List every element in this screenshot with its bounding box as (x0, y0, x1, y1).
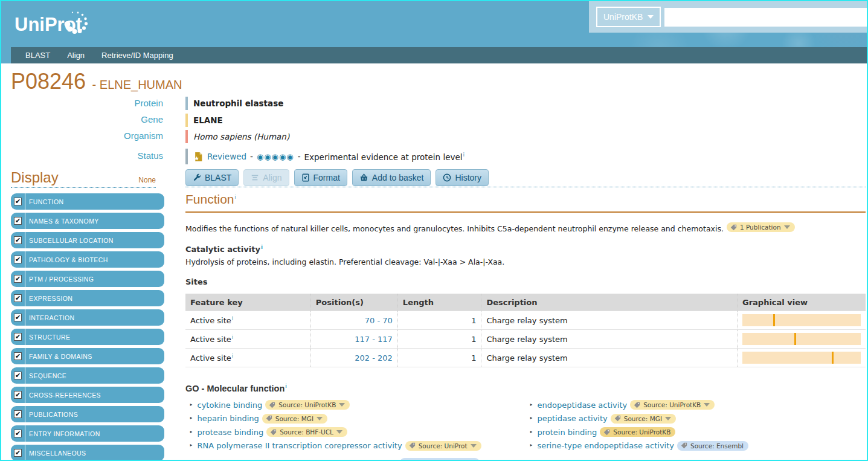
source-badge[interactable]: Source: UniProtKB (265, 400, 350, 410)
checkbox[interactable]: ✔ (14, 294, 22, 302)
format-button[interactable]: Format (294, 169, 347, 186)
info-icon[interactable]: i (463, 152, 465, 158)
sidebar-section-structure[interactable]: ✔ STRUCTURE (11, 329, 164, 345)
search-input[interactable] (664, 8, 867, 27)
meta-label-organism[interactable]: Organism (1, 131, 163, 141)
organism-color-bar (185, 130, 188, 143)
go-term-link[interactable]: peptidase activity (538, 414, 608, 423)
blast-button[interactable]: BLAST (185, 169, 239, 186)
accession: P08246 (11, 69, 86, 94)
tag-icon (409, 442, 416, 449)
go-term-link[interactable]: serine-type endopeptidase activity (538, 441, 675, 450)
info-icon[interactable]: i (232, 353, 234, 359)
sidebar-section-ptm-processing[interactable]: ✔ PTM / PROCESSING (11, 271, 164, 287)
tag-icon (270, 429, 277, 436)
section-checkbox-wrap: ✔ (11, 445, 25, 461)
checkbox[interactable]: ✔ (14, 314, 22, 321)
position-link[interactable]: 117 - 117 (355, 335, 393, 344)
gene-name: ELANE (193, 115, 223, 125)
sidebar-section-sequence[interactable]: ✔ SEQUENCE (11, 367, 164, 384)
sidebar-section-interaction[interactable]: ✔ INTERACTION (11, 309, 164, 326)
checkbox[interactable]: ✔ (14, 275, 22, 283)
nav-item-retrieve-id-mapping[interactable]: Retrieve/ID Mapping (93, 51, 182, 60)
sidebar-section-names-taxonomy[interactable]: ✔ NAMES & TAXONOMY (11, 213, 164, 229)
history-button[interactable]: History (436, 169, 489, 186)
meta-label-protein[interactable]: Protein (1, 98, 163, 108)
publication-badge[interactable]: 1 Publication (727, 222, 795, 232)
checkbox[interactable]: ✔ (14, 391, 22, 399)
go-term-link[interactable]: protease binding (198, 428, 264, 437)
function-section: Functioni Modifies the functions of natu… (185, 190, 866, 460)
source-badge[interactable]: Source: UniProt (405, 441, 481, 451)
protein-name: Neutrophil elastase (193, 98, 283, 108)
go-term-link[interactable]: protein binding (538, 428, 597, 437)
go-bullet-icon: ‣ (189, 428, 193, 436)
go-term-link[interactable]: endopeptidase activity (538, 401, 628, 410)
info-icon[interactable]: i (285, 383, 287, 389)
info-icon[interactable]: i (261, 244, 263, 250)
checkbox-check-icon: ✔ (15, 276, 21, 282)
go-term-link[interactable]: RNA polymerase II transcription corepres… (198, 441, 402, 450)
checkbox[interactable]: ✔ (14, 333, 22, 341)
position-link[interactable]: 202 - 202 (355, 353, 393, 363)
checkbox[interactable]: ✔ (14, 217, 22, 225)
nav-item-blast[interactable]: BLAST (17, 51, 59, 60)
sidebar-section-subcellular-location[interactable]: ✔ SUBCELLULAR LOCATION (11, 232, 164, 248)
cutoff-source-badge[interactable] (400, 458, 480, 461)
tag-icon (634, 402, 640, 408)
sidebar-section-label: SUBCELLULAR LOCATION (25, 237, 114, 244)
graphical-marker (794, 333, 796, 345)
sidebar-section-publications[interactable]: ✔ PUBLICATIONS (11, 406, 164, 422)
sidebar-section-function[interactable]: ✔ FUNCTION (11, 193, 164, 210)
description-cell: Charge relay system (481, 311, 738, 330)
col-header-graphical-view: Graphical view (737, 294, 866, 311)
checkbox[interactable]: ✔ (14, 236, 22, 244)
meta-label-gene[interactable]: Gene (1, 114, 163, 124)
section-checkbox-wrap: ✔ (11, 251, 25, 268)
position-link[interactable]: 70 - 70 (365, 316, 393, 325)
sidebar-section-family-domains[interactable]: ✔ FAMILY & DOMAINS (11, 348, 164, 364)
search-scope-dropdown[interactable]: UniProtKB (596, 7, 661, 27)
checkbox[interactable]: ✔ (14, 198, 22, 205)
section-checkbox-wrap: ✔ (11, 425, 25, 442)
checkbox[interactable]: ✔ (14, 256, 22, 263)
checkbox[interactable]: ✔ (14, 352, 22, 360)
checkbox-check-icon: ✔ (15, 198, 21, 205)
checkbox-check-icon: ✔ (15, 450, 21, 456)
sidebar-section-entry-information[interactable]: ✔ ENTRY INFORMATION (11, 425, 164, 442)
source-badge[interactable]: Source: MGI (611, 414, 676, 424)
source-badge[interactable]: Source: UniProtKB (600, 427, 675, 437)
source-badge[interactable]: Source: UniProtKB (630, 400, 715, 410)
sidebar-section-miscellaneous[interactable]: ✔ MISCELLANEOUS (11, 445, 164, 461)
info-icon[interactable]: i (235, 194, 236, 200)
go-term: ‣ RNA polymerase II transcription corepr… (185, 439, 526, 453)
sidebar-section-cross-references[interactable]: ✔ CROSS-REFERENCES (11, 387, 164, 403)
meta-label-status[interactable]: Status (1, 150, 163, 161)
nav-item-align[interactable]: Align (59, 51, 93, 60)
caret-down-icon (336, 430, 342, 434)
align-button[interactable]: Align (243, 169, 289, 186)
go-term: ‣ peptidase activity Source: MGI (526, 412, 866, 426)
section-checkbox-wrap: ✔ (11, 406, 25, 422)
checkbox[interactable]: ✔ (14, 430, 22, 437)
display-none-link[interactable]: None (138, 176, 156, 184)
info-icon[interactable]: i (232, 315, 234, 321)
uniprot-logo[interactable]: UniProt (12, 5, 97, 46)
function-summary: Modifies the functions of natural killer… (185, 222, 866, 233)
sidebar-section-pathology-biotech[interactable]: ✔ PATHOLOGY & BIOTECH (11, 251, 164, 268)
checkbox[interactable]: ✔ (14, 410, 22, 418)
caret-down-icon (339, 403, 345, 407)
go-term-link[interactable]: cytokine binding (198, 401, 263, 410)
source-badge[interactable]: Source: MGI (262, 414, 327, 424)
source-badge[interactable]: Source: Ensembl (677, 441, 748, 451)
sidebar-section-label: EXPRESSION (25, 295, 72, 302)
sidebar-section-expression[interactable]: ✔ EXPRESSION (11, 290, 164, 306)
checkbox[interactable]: ✔ (14, 372, 22, 379)
checkbox[interactable]: ✔ (14, 449, 22, 457)
sidebar-section-label: STRUCTURE (25, 334, 70, 341)
info-icon[interactable]: i (232, 334, 234, 340)
go-term-link[interactable]: heparin binding (198, 414, 259, 423)
source-badge[interactable]: Source: BHF-UCL (266, 427, 347, 437)
reviewed-link[interactable]: Reviewed (207, 152, 246, 161)
add-to-basket-button[interactable]: Add to basket (352, 169, 431, 186)
